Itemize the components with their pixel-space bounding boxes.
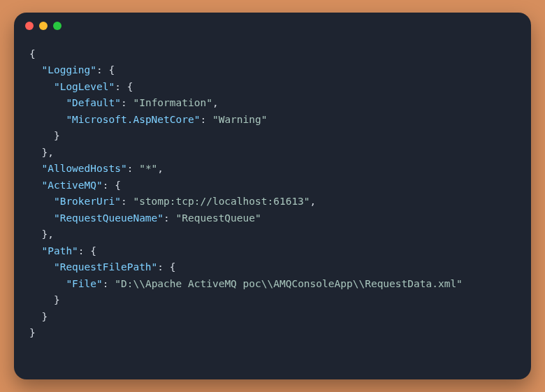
code-content: { "Logging": { "LogLevel": { "Default": … [14,39,531,379]
minimize-icon[interactable] [39,22,48,30]
close-icon[interactable] [25,22,34,30]
zoom-icon[interactable] [53,22,61,30]
window-titlebar [14,13,531,39]
code-window: { "Logging": { "LogLevel": { "Default": … [14,13,531,379]
